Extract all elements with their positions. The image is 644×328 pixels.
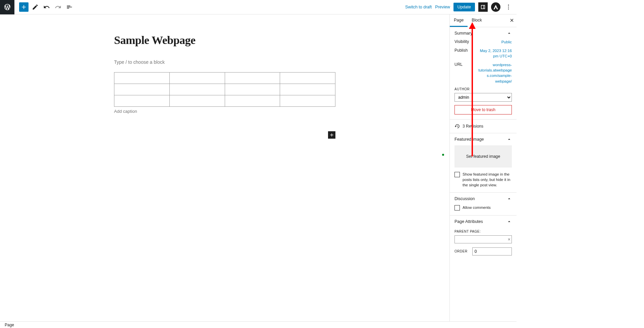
close-sidebar-button[interactable]	[509, 17, 515, 24]
panel-attributes-title: Page Attributes	[454, 219, 483, 224]
panel-discussion-header[interactable]: Discussion	[450, 193, 517, 205]
chevron-up-icon	[506, 219, 512, 224]
redo-button[interactable]	[53, 2, 63, 12]
settings-sidebar: Page Block Summary Visibility Public Pub…	[449, 14, 517, 321]
table-cell[interactable]	[169, 73, 225, 84]
kebab-icon	[505, 4, 512, 10]
panel-summary-title: Summary	[454, 31, 472, 36]
table-cell[interactable]	[169, 84, 225, 95]
breadcrumb[interactable]: Page	[5, 323, 14, 327]
author-label: AUTHOR	[454, 87, 512, 91]
panel-attributes-header[interactable]: Page Attributes	[450, 216, 517, 228]
plus-icon	[329, 132, 334, 138]
parent-page-label: PARENT PAGE:	[454, 230, 512, 233]
order-label: ORDER	[454, 249, 468, 253]
table-cell[interactable]	[114, 73, 170, 84]
table-cell[interactable]	[225, 95, 280, 107]
publish-label: Publish	[454, 48, 468, 59]
astra-icon	[493, 4, 498, 10]
add-block-button[interactable]	[19, 2, 29, 12]
svg-point-0	[508, 5, 509, 6]
order-input[interactable]	[472, 247, 512, 255]
table-cell[interactable]	[280, 73, 335, 84]
tools-button[interactable]	[31, 2, 40, 12]
update-button[interactable]: Update	[453, 3, 475, 11]
table-cell[interactable]	[169, 95, 225, 107]
author-select[interactable]: admin	[454, 93, 512, 102]
pencil-icon	[32, 4, 39, 10]
preview-link[interactable]: Preview	[435, 5, 450, 9]
editor-canvas[interactable]: Sample Webpage Type / to choose a block …	[0, 14, 449, 321]
table-cell[interactable]	[225, 84, 280, 95]
history-icon	[454, 124, 460, 129]
switch-to-draft-link[interactable]: Switch to draft	[405, 5, 432, 9]
tab-page[interactable]: Page	[450, 14, 468, 27]
publish-value[interactable]: May 2, 2023 12:16 pm UTC+0	[478, 48, 512, 59]
panel-featured-header[interactable]: Featured image	[450, 133, 517, 145]
undo-button[interactable]	[42, 2, 51, 12]
table-caption-placeholder[interactable]: Add caption	[114, 109, 335, 114]
table-cell[interactable]	[114, 84, 170, 95]
table-cell[interactable]	[280, 84, 335, 95]
table-cell[interactable]	[225, 73, 280, 84]
plus-icon	[20, 4, 27, 10]
panel-summary-header[interactable]: Summary	[450, 27, 517, 39]
allow-comments-checkbox[interactable]	[454, 205, 460, 210]
wordpress-icon	[4, 3, 11, 11]
parent-page-clear[interactable]: ×	[508, 237, 511, 242]
set-featured-image-button[interactable]: Set featured image	[454, 145, 512, 168]
redo-icon	[55, 4, 61, 10]
wordpress-logo[interactable]	[0, 0, 14, 14]
options-button[interactable]	[504, 2, 513, 12]
close-icon	[509, 17, 515, 23]
top-toolbar: Switch to draft Preview Update	[0, 0, 517, 14]
block-placeholder[interactable]: Type / to choose a block	[114, 59, 335, 65]
visibility-value[interactable]: Public	[501, 39, 512, 45]
allow-comments-label: Allow comments	[463, 205, 491, 210]
list-icon	[66, 4, 73, 10]
chevron-up-icon	[506, 196, 512, 201]
panel-discussion-title: Discussion	[454, 196, 475, 201]
tab-block[interactable]: Block	[468, 14, 486, 27]
svg-point-1	[508, 7, 509, 8]
chevron-up-icon	[506, 31, 512, 36]
page-title[interactable]: Sample Webpage	[114, 34, 335, 47]
featured-checkbox[interactable]	[454, 172, 460, 177]
status-bar: Page	[0, 321, 517, 328]
url-value[interactable]: wordpress-tutorials.atwebpages.com/sampl…	[478, 62, 512, 84]
add-block-inline-button[interactable]	[328, 131, 335, 139]
chevron-up-icon	[506, 137, 512, 142]
table-block[interactable]	[114, 72, 335, 107]
sidebar-icon	[480, 4, 486, 10]
undo-icon	[43, 4, 50, 10]
parent-page-input[interactable]	[454, 235, 512, 243]
svg-point-2	[508, 9, 509, 10]
revisions-row[interactable]: 3 Revisions	[450, 120, 517, 133]
table-cell[interactable]	[114, 95, 170, 107]
settings-sidebar-toggle[interactable]	[478, 2, 488, 12]
panel-featured-title: Featured image	[454, 137, 484, 142]
revisions-text: 3 Revisions	[463, 124, 483, 129]
astra-button[interactable]	[491, 2, 500, 12]
featured-checkbox-label: Show featured image in the posts lists o…	[463, 172, 512, 188]
sidebar-tabs: Page Block	[450, 14, 517, 27]
url-label: URL	[454, 62, 463, 84]
document-overview-button[interactable]	[65, 2, 74, 12]
table-cell[interactable]	[280, 95, 335, 107]
visibility-label: Visibility	[454, 39, 469, 45]
move-to-trash-button[interactable]: Move to trash	[454, 105, 512, 114]
